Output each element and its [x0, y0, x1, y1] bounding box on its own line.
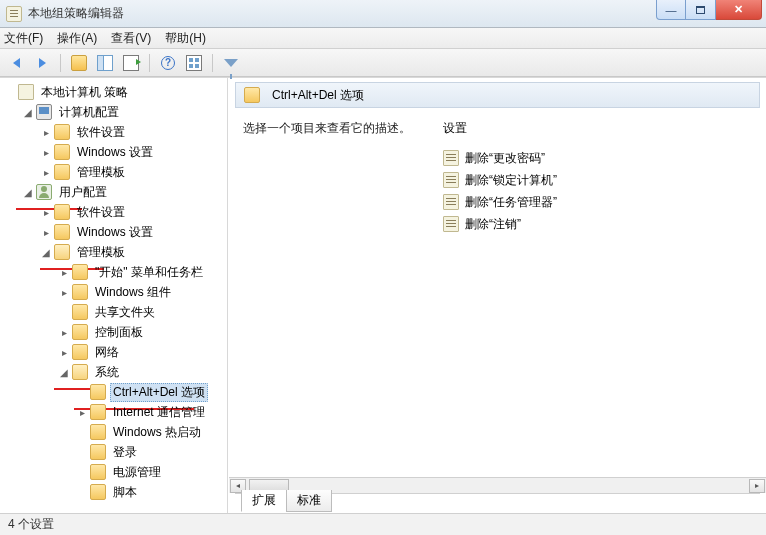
folder-icon: [54, 144, 70, 160]
titlebar: 本地组策略编辑器 — ✕: [0, 0, 766, 28]
setting-label: 删除“锁定计算机”: [465, 172, 557, 189]
expand-toggle[interactable]: ▸: [58, 266, 70, 278]
tree-user-config[interactable]: ◢用户配置 ▸软件设置 ▸Windows 设置 ◢管理模板 ▸"开始" 菜单和任…: [18, 182, 227, 502]
setting-label: 删除“任务管理器”: [465, 194, 557, 211]
statusbar: 4 个设置: [0, 513, 766, 535]
maximize-button[interactable]: [686, 0, 716, 20]
policy-item-icon: [443, 194, 459, 210]
settings-column: 设置 删除“更改密码”删除“锁定计算机”删除“任务管理器”删除“注销”: [443, 120, 760, 489]
expand-toggle[interactable]: ◢: [58, 366, 70, 378]
tree-item[interactable]: ▸Internet 通信管理: [72, 402, 227, 422]
tree-item[interactable]: ▸登录: [72, 442, 227, 462]
tree-ctrl-alt-del[interactable]: ▸Ctrl+Alt+Del 选项: [72, 382, 227, 402]
tree-item[interactable]: ▸控制面板: [54, 322, 227, 342]
tree-item[interactable]: ▸软件设置: [36, 202, 227, 222]
close-button[interactable]: ✕: [716, 0, 762, 20]
menu-action[interactable]: 操作(A): [57, 30, 97, 47]
folder-icon: [72, 304, 88, 320]
folder-icon: [72, 324, 88, 340]
tree-item[interactable]: ▸脚本: [72, 482, 227, 502]
setting-item[interactable]: 删除“锁定计算机”: [443, 169, 760, 191]
tree-item[interactable]: ▸Windows 组件: [54, 282, 227, 302]
folder-icon: [72, 264, 88, 280]
tree-admin-templates[interactable]: ◢管理模板 ▸"开始" 菜单和任务栏 ▸Windows 组件 ▸共享文件夹 ▸控…: [36, 242, 227, 502]
expand-toggle[interactable]: ▸: [40, 166, 52, 178]
filter-button[interactable]: [221, 53, 241, 73]
tree-item[interactable]: ▸Windows 设置: [36, 142, 227, 162]
app-icon: [6, 6, 22, 22]
toolbar-separator: [149, 54, 150, 72]
help-button[interactable]: ?: [158, 53, 178, 73]
folder-icon: [54, 224, 70, 240]
computer-icon: [36, 104, 52, 120]
folder-open-icon: [72, 364, 88, 380]
menu-file[interactable]: 文件(F): [4, 30, 43, 47]
folder-icon: [54, 124, 70, 140]
bottom-tabs: 扩展 标准: [235, 493, 760, 513]
window-buttons: — ✕: [656, 0, 762, 20]
folder-icon: [90, 484, 106, 500]
setting-label: 删除“更改密码”: [465, 150, 545, 167]
toolbar-separator: [60, 54, 61, 72]
main-area: ▸本地计算机 策略 ◢计算机配置 ▸软件设置 ▸Windows 设置 ▸管理模板…: [0, 77, 766, 513]
policy-item-icon: [443, 172, 459, 188]
details-header: Ctrl+Alt+Del 选项: [235, 82, 760, 108]
folder-icon: [90, 424, 106, 440]
tree-pane[interactable]: ▸本地计算机 策略 ◢计算机配置 ▸软件设置 ▸Windows 设置 ▸管理模板…: [0, 78, 228, 513]
expand-toggle[interactable]: ▸: [76, 406, 88, 418]
tab-standard[interactable]: 标准: [286, 490, 332, 512]
expand-toggle[interactable]: ▸: [40, 126, 52, 138]
tree-computer-config[interactable]: ◢计算机配置 ▸软件设置 ▸Windows 设置 ▸管理模板: [18, 102, 227, 182]
tree-system[interactable]: ◢系统 ▸Ctrl+Alt+Del 选项 ▸Internet 通信管理 ▸Win…: [54, 362, 227, 502]
settings-header: 设置: [443, 120, 760, 137]
expand-toggle[interactable]: ◢: [40, 246, 52, 258]
tree-item[interactable]: ▸共享文件夹: [54, 302, 227, 322]
folder-icon: [90, 444, 106, 460]
details-pane: Ctrl+Alt+Del 选项 选择一个项目来查看它的描述。 设置 删除“更改密…: [228, 78, 766, 513]
status-text: 4 个设置: [8, 516, 54, 533]
tree-item[interactable]: ▸Windows 设置: [36, 222, 227, 242]
expand-toggle[interactable]: ▸: [58, 326, 70, 338]
setting-label: 删除“注销”: [465, 216, 521, 233]
expand-toggle[interactable]: ▸: [40, 226, 52, 238]
back-button[interactable]: [6, 53, 26, 73]
scroll-right-button[interactable]: ▸: [749, 479, 765, 493]
folder-icon: [90, 464, 106, 480]
folder-icon: [54, 204, 70, 220]
folder-icon: [90, 384, 106, 400]
setting-item[interactable]: 删除“任务管理器”: [443, 191, 760, 213]
tree-item[interactable]: ▸"开始" 菜单和任务栏: [54, 262, 227, 282]
tab-extended[interactable]: 扩展: [241, 490, 287, 512]
show-pane-button[interactable]: [95, 53, 115, 73]
up-folder-button[interactable]: [69, 53, 89, 73]
policy-item-icon: [443, 216, 459, 232]
menu-view[interactable]: 查看(V): [111, 30, 151, 47]
tree-item[interactable]: ▸管理模板: [36, 162, 227, 182]
toolbar: ?: [0, 49, 766, 77]
tree-item[interactable]: ▸电源管理: [72, 462, 227, 482]
menu-help[interactable]: 帮助(H): [165, 30, 206, 47]
export-button[interactable]: [121, 53, 141, 73]
setting-item[interactable]: 删除“更改密码”: [443, 147, 760, 169]
forward-button[interactable]: [32, 53, 52, 73]
minimize-button[interactable]: —: [656, 0, 686, 20]
folder-icon: [72, 284, 88, 300]
folder-open-icon: [54, 244, 70, 260]
folder-icon: [90, 404, 106, 420]
expand-toggle[interactable]: ◢: [22, 186, 34, 198]
tree-item[interactable]: ▸Windows 热启动: [72, 422, 227, 442]
folder-icon: [54, 164, 70, 180]
expand-toggle[interactable]: ▸: [40, 146, 52, 158]
description-text: 选择一个项目来查看它的描述。: [243, 120, 413, 489]
expand-toggle[interactable]: ◢: [22, 106, 34, 118]
tree-root[interactable]: ▸本地计算机 策略 ◢计算机配置 ▸软件设置 ▸Windows 设置 ▸管理模板…: [0, 82, 227, 502]
expand-toggle[interactable]: ▸: [58, 346, 70, 358]
properties-button[interactable]: [184, 53, 204, 73]
setting-item[interactable]: 删除“注销”: [443, 213, 760, 235]
policy-icon: [18, 84, 34, 100]
tree-item[interactable]: ▸软件设置: [36, 122, 227, 142]
user-icon: [36, 184, 52, 200]
expand-toggle[interactable]: ▸: [58, 286, 70, 298]
tree-item[interactable]: ▸网络: [54, 342, 227, 362]
expand-toggle[interactable]: ▸: [40, 206, 52, 218]
